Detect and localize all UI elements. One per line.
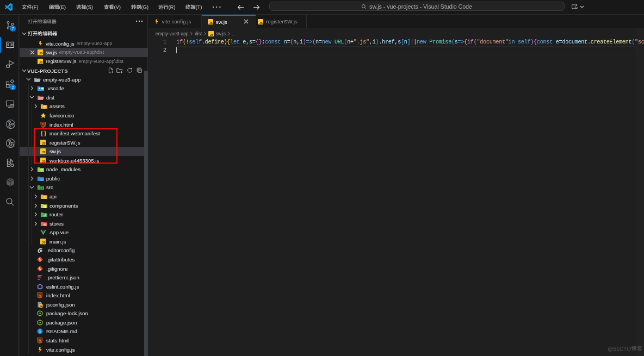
svg-text:</>: </> [40,187,44,190]
svg-text:JS: JS [39,52,43,55]
svg-text:JS: JS [209,22,213,24]
svg-text:JS: JS [40,305,42,308]
svg-text:JS: JS [42,241,46,244]
svg-text:JS: JS [210,33,214,36]
svg-text:JS: JS [259,21,263,24]
svg-text:JS: JS [39,61,43,64]
